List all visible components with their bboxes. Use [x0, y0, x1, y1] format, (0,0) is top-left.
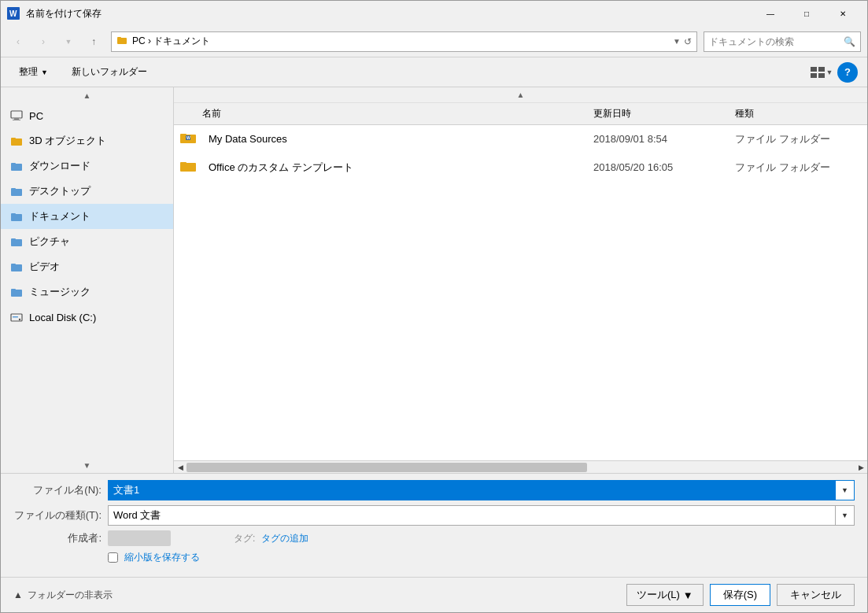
- tools-button[interactable]: ツール(L) ▼: [626, 584, 704, 606]
- svg-rect-14: [11, 163, 16, 165]
- file-area: ▲ 名前 更新日時 種類: [174, 87, 867, 473]
- sidebar-item-documents[interactable]: ドキュメント: [1, 204, 173, 229]
- svg-rect-12: [11, 138, 16, 140]
- svg-rect-29: [180, 134, 187, 136]
- action-bar: 整理 ▼ 新しいフォルダー ▼ ?: [1, 57, 867, 87]
- sidebar-container: ▲ PC: [1, 87, 174, 473]
- dropdown-arrow-button[interactable]: ▼: [57, 31, 79, 52]
- sidebar-scroll-up[interactable]: ▲: [1, 87, 173, 103]
- filetype-select[interactable]: Word 文書: [108, 505, 836, 526]
- scroll-track[interactable]: [187, 461, 855, 474]
- scroll-left-button[interactable]: ◀: [174, 461, 187, 474]
- search-input[interactable]: [709, 36, 844, 47]
- table-row[interactable]: W My Data Sources 2018/09/01 8:54 ファイル フ…: [174, 125, 867, 153]
- file-type-cell: ファイル フォルダー: [735, 161, 861, 175]
- sidebar-item-music[interactable]: ミュージック: [1, 279, 173, 305]
- filetype-dropdown-icon[interactable]: ▼: [836, 505, 855, 526]
- minimize-button[interactable]: —: [752, 2, 789, 25]
- folder-music-icon: [10, 286, 23, 298]
- sidebar-label-3d: 3D オブジェクト: [29, 134, 106, 148]
- scroll-right-button[interactable]: ▶: [855, 461, 867, 474]
- footer-buttons: ツール(L) ▼ 保存(S) キャンセル: [626, 584, 855, 606]
- sidebar-item-pictures[interactable]: ピクチャ: [1, 229, 173, 254]
- tools-arrow-icon: ▼: [683, 589, 693, 601]
- new-folder-button[interactable]: 新しいフォルダー: [63, 62, 156, 83]
- save-dialog: W 名前を付けて保存 — □ ✕ ‹ › ▼ ↑ PC › ドキュメント ▼ ↺: [0, 0, 868, 613]
- filename-row: ファイル名(N): ▼: [13, 480, 855, 500]
- horizontal-scrollbar[interactable]: ◀ ▶: [174, 460, 867, 473]
- close-button[interactable]: ✕: [825, 2, 861, 25]
- thumbnail-checkbox[interactable]: [108, 552, 118, 563]
- column-name[interactable]: 名前: [180, 107, 593, 120]
- action-right-area: ▼ ?: [809, 62, 858, 83]
- folder-toggle-label: フォルダーの非表示: [28, 589, 113, 602]
- folder-special-icon: W: [180, 131, 196, 147]
- folder-toggle-button[interactable]: ▲ フォルダーの非表示: [13, 589, 113, 602]
- main-content: ▲ PC: [1, 87, 867, 473]
- drive-icon: [10, 311, 23, 323]
- filename-dropdown-icon[interactable]: ▼: [836, 480, 855, 500]
- thumbnail-label[interactable]: 縮小版を保存する: [124, 551, 200, 564]
- svg-rect-27: [13, 316, 18, 318]
- cancel-button[interactable]: キャンセル: [777, 584, 855, 606]
- address-path: PC › ドキュメント: [132, 35, 673, 48]
- sidebar-item-pc[interactable]: PC: [1, 103, 173, 128]
- address-folder-icon: [116, 35, 127, 48]
- address-dropdown-icon[interactable]: ▼: [673, 37, 681, 46]
- search-bar[interactable]: 🔍: [704, 31, 861, 52]
- folder-yellow-icon: [180, 160, 196, 175]
- meta-row: 作成者: タグ: タグの追加: [13, 530, 855, 546]
- sidebar-item-desktop[interactable]: デスクトップ: [1, 179, 173, 204]
- word-icon: W: [7, 7, 20, 20]
- file-scroll-up[interactable]: ▲: [174, 87, 867, 103]
- svg-rect-2: [117, 38, 127, 44]
- sidebar-item-download[interactable]: ダウンロード: [1, 153, 173, 179]
- add-tag-link[interactable]: タグの追加: [261, 532, 308, 545]
- view-arrow-icon: ▼: [826, 68, 833, 76]
- address-bar[interactable]: PC › ドキュメント ▼ ↺: [111, 31, 697, 52]
- sidebar-label-desktop: デスクトップ: [29, 184, 90, 198]
- sidebar-label-music: ミュージック: [29, 285, 90, 299]
- tag-label: タグ:: [234, 532, 255, 545]
- folder-video-icon: [10, 260, 23, 273]
- column-type[interactable]: 種類: [735, 107, 861, 120]
- svg-rect-22: [11, 264, 16, 266]
- sidebar-item-localdisk[interactable]: Local Disk (C:): [1, 305, 173, 330]
- file-name-cell: W My Data Sources: [180, 131, 593, 147]
- svg-rect-8: [11, 111, 22, 118]
- file-list: W My Data Sources 2018/09/01 8:54 ファイル フ…: [174, 125, 867, 460]
- bottom-form-area: ファイル名(N): ▼ ファイルの種類(T): Word 文書 ▼ 作成者: タ…: [1, 473, 867, 577]
- folder-pictures-icon: [10, 235, 23, 248]
- svg-rect-16: [11, 188, 16, 190]
- file-type-cell: ファイル フォルダー: [735, 132, 861, 146]
- filename-input[interactable]: [108, 480, 836, 500]
- view-toggle-button[interactable]: ▼: [809, 62, 834, 83]
- thumbnail-row: 縮小版を保存する: [13, 551, 855, 564]
- back-button[interactable]: ‹: [7, 31, 29, 52]
- up-button[interactable]: ↑: [83, 31, 105, 52]
- sidebar-label-documents: ドキュメント: [29, 209, 90, 223]
- maximize-button[interactable]: □: [789, 2, 825, 25]
- column-date[interactable]: 更新日時: [593, 107, 735, 120]
- sidebar-label-download: ダウンロード: [29, 159, 90, 173]
- scroll-thumb[interactable]: [187, 463, 587, 472]
- svg-point-26: [19, 319, 20, 320]
- svg-rect-18: [11, 213, 16, 216]
- save-button[interactable]: 保存(S): [710, 584, 770, 606]
- help-button[interactable]: ?: [837, 62, 858, 83]
- svg-text:W: W: [9, 9, 17, 18]
- svg-text:W: W: [187, 135, 190, 140]
- filename-label: ファイル名(N):: [13, 483, 108, 497]
- author-label: 作成者:: [13, 531, 108, 545]
- sidebar-item-3d[interactable]: 3D オブジェクト: [1, 128, 173, 153]
- svg-rect-9: [14, 118, 19, 120]
- sidebar-scroll-down[interactable]: ▼: [1, 457, 173, 473]
- search-icon: 🔍: [844, 36, 855, 47]
- folder-toggle-icon: ▲: [13, 589, 23, 600]
- svg-rect-6: [811, 73, 817, 78]
- sidebar-item-video[interactable]: ビデオ: [1, 254, 173, 279]
- refresh-icon[interactable]: ↺: [684, 36, 692, 47]
- table-row[interactable]: Office のカスタム テンプレート 2018/05/20 16:05 ファイ…: [174, 153, 867, 182]
- organize-button[interactable]: 整理 ▼: [10, 62, 57, 83]
- forward-button[interactable]: ›: [32, 31, 54, 52]
